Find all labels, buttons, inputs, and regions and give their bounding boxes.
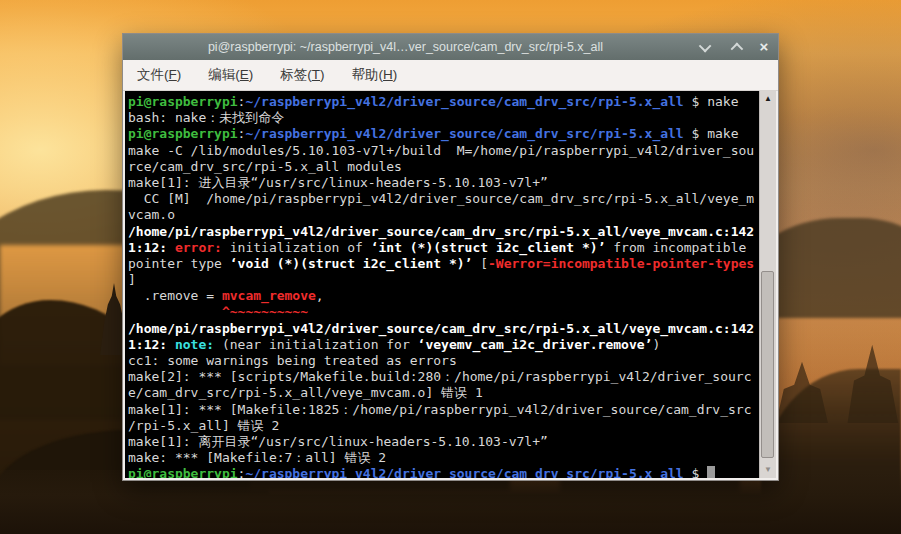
terminal-text-segment: .remove = [128,288,222,303]
terminal-text-segment: make[2]: *** [scripts/Makefile.build:280… [128,369,751,384]
window-buttons: × [698,34,772,60]
scroll-down-icon[interactable]: ▼ [760,463,776,477]
terminal-text-segment: make[1]: 进入目录“/usr/src/linux-headers-5.1… [128,175,548,190]
terminal-text-segment: ‘int (*)(struct i2c_client *)’ [371,240,606,255]
menu-label: ) [393,67,398,82]
close-icon: × [760,39,769,55]
terminal-line: make[1]: 进入目录“/usr/src/linux-headers-5.1… [128,175,759,191]
terminal-line: cc1: some warnings being treated as erro… [128,353,759,369]
terminal-text-segment: 1:12: [128,337,175,352]
terminal-window: pi@raspberrypi: ~/raspberrypi_v4l…ver_so… [122,33,779,481]
terminal-text-segment: ~/raspberrypi_v4l2/driver_source/cam_drv… [245,126,683,141]
terminal-text-segment: CC [M] /home/pi/raspberrypi_v4l2/driver_… [128,191,754,206]
terminal-line: 1:12: error: initialization of ‘int (*)(… [128,240,759,256]
terminal-text-segment: ~/raspberrypi_v4l2/driver_source/cam_drv… [245,94,683,109]
menu-label: 文件( [137,67,169,82]
terminal-text-segment: pi@raspberrypi [128,94,238,109]
terminal-line: e/cam_drv_src/rpi-5.x_all/veye_mvcam.o] … [128,385,759,401]
menu-item-file[interactable]: 文件(F) [137,66,181,84]
terminal-line: make: *** [Makefile:7：all] 错误 2 [128,450,759,466]
chevron-down-icon [698,39,711,52]
window-maximize-button[interactable] [727,39,743,55]
chevron-up-icon [730,42,743,55]
window-titlebar[interactable]: pi@raspberrypi: ~/raspberrypi_v4l…ver_so… [123,34,778,60]
terminal-text-segment: pi@raspberrypi [128,126,238,141]
menu-mnemonic: E [240,67,249,82]
terminal-line: make[1]: 离开目录“/usr/src/linux-headers-5.1… [128,434,759,450]
terminal-text-segment: make: *** [Makefile:7：all] 错误 2 [128,450,386,465]
terminal-text-segment: ^~~~~~~~~~~ [222,304,308,319]
terminal-text-segment: mvcam_remove [222,288,316,303]
terminal-text-segment: /home/pi/raspberrypi_v4l2/driver_source/… [128,321,754,336]
terminal-line: vcam.o [128,207,759,223]
terminal[interactable]: pi@raspberrypi:~/raspberrypi_v4l2/driver… [125,91,776,478]
terminal-text-segment: , [316,288,324,303]
menu-label: 标签( [280,67,312,82]
terminal-text-segment [128,304,222,319]
terminal-text-segment: pi@raspberrypi [128,466,238,478]
terminal-text-segment: make[1]: 离开目录“/usr/src/linux-headers-5.1… [128,434,548,449]
terminal-text-segment: ‘void (*)(struct i2c_client *)’ [230,256,473,271]
terminal-text-segment: vcam.o [128,207,175,222]
menu-mnemonic: F [169,67,177,82]
terminal-output[interactable]: pi@raspberrypi:~/raspberrypi_v4l2/driver… [125,91,759,478]
terminal-cursor [707,466,715,478]
menu-item-edit[interactable]: 编辑(E) [208,66,253,84]
window-close-button[interactable]: × [756,39,772,55]
menu-label: 帮助( [352,67,384,82]
menu-label: ) [320,67,325,82]
terminal-text-segment: -Werror=incompatible-pointer-types [488,256,754,271]
scroll-up-icon[interactable]: ▲ [760,92,776,106]
terminal-text-segment: ‘veyemv_cam_i2c_driver.remove’ [418,337,653,352]
terminal-text-segment: ] [128,272,136,287]
menu-mnemonic: H [383,67,393,82]
terminal-text-segment: $ make [684,126,739,141]
terminal-line: 1:12: note: (near initialization for ‘ve… [128,337,759,353]
terminal-line: CC [M] /home/pi/raspberrypi_v4l2/driver_… [128,191,759,207]
menu-label: ) [249,67,254,82]
terminal-text-segment: initialization of [222,240,371,255]
terminal-line: /home/pi/raspberrypi_v4l2/driver_source/… [128,321,759,337]
terminal-text-segment: note: [175,337,214,352]
terminal-text-segment: make[1]: *** [Makefile:1825：/home/pi/ras… [128,402,751,417]
terminal-text-segment: bash: nake：未找到命令 [128,110,284,125]
terminal-line: make -C /lib/modules/5.10.103-v7l+/build… [128,143,759,159]
terminal-line: make[2]: *** [scripts/Makefile.build:280… [128,369,759,385]
terminal-line: .remove = mvcam_remove, [128,288,759,304]
terminal-text-segment: $ nake [684,94,739,109]
menu-bar: 文件(F) 编辑(E) 标签(T) 帮助(H) [123,60,778,91]
terminal-text-segment: /home/pi/raspberrypi_v4l2/driver_source/… [128,224,754,239]
terminal-text-segment: rce/cam_drv_src/rpi-5.x_all modules [128,159,402,174]
terminal-line: bash: nake：未找到命令 [128,110,759,126]
terminal-text-segment: e/cam_drv_src/rpi-5.x_all/veye_mvcam.o] … [128,385,483,400]
menu-item-help[interactable]: 帮助(H) [352,66,398,84]
terminal-text-segment: /rpi-5.x_all] 错误 2 [128,418,279,433]
terminal-line: rce/cam_drv_src/rpi-5.x_all modules [128,159,759,175]
terminal-text-segment: 1:12: [128,240,175,255]
window-shade-button[interactable] [698,39,714,55]
terminal-line: pi@raspberrypi:~/raspberrypi_v4l2/driver… [128,94,759,110]
window-title: pi@raspberrypi: ~/raspberrypi_v4l…ver_so… [123,40,688,54]
terminal-text-segment: ~/raspberrypi_v4l2/driver_source/cam_drv… [245,466,683,478]
terminal-text-segment: pointer type [128,256,230,271]
terminal-line: pi@raspberrypi:~/raspberrypi_v4l2/driver… [128,126,759,142]
terminal-text-segment: (near initialization for [214,337,418,352]
terminal-line: make[1]: *** [Makefile:1825：/home/pi/ras… [128,402,759,418]
terminal-text-segment: [ [472,256,488,271]
terminal-text-segment: make -C /lib/modules/5.10.103-v7l+/build… [128,143,754,158]
terminal-text-segment: cc1: some warnings being treated as erro… [128,353,457,368]
menu-item-tabs[interactable]: 标签(T) [280,66,324,84]
menu-label: 编辑( [208,67,240,82]
terminal-line: pointer type ‘void (*)(struct i2c_client… [128,256,759,272]
terminal-line: /rpi-5.x_all] 错误 2 [128,418,759,434]
terminal-line: ] [128,272,759,288]
menu-mnemonic: T [312,67,320,82]
scrollbar-thumb[interactable] [761,271,774,458]
terminal-text-segment: ) [652,337,660,352]
menu-label: ) [177,67,182,82]
terminal-scrollbar[interactable]: ▲ ▼ [759,91,776,478]
terminal-line: pi@raspberrypi:~/raspberrypi_v4l2/driver… [128,466,759,478]
terminal-line: ^~~~~~~~~~~ [128,304,759,320]
terminal-text-segment: from incompatible [605,240,746,255]
terminal-text-segment: $ [684,466,707,478]
